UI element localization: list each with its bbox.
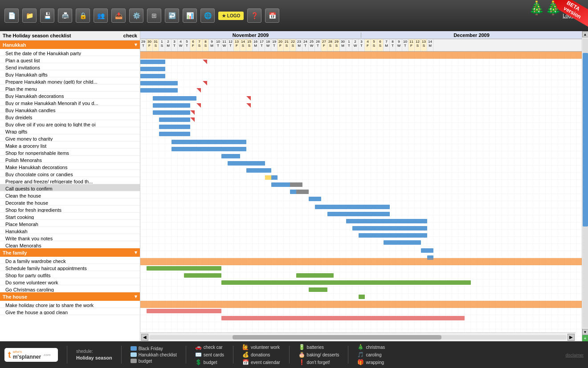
- svg-rect-35: [384, 240, 421, 245]
- chart-icon[interactable]: 📊: [183, 8, 197, 23]
- svg-rect-28: [296, 190, 309, 194]
- sentcards-label: sent cards: [204, 352, 224, 357]
- undo-icon[interactable]: ↩️: [165, 8, 179, 23]
- wrapping-label: wrapping: [366, 360, 384, 365]
- footer-icon-checkcar: 🚗 check car: [195, 344, 224, 350]
- task-row: Shop for party outfits: [0, 271, 140, 278]
- legend-budget: budget: [131, 359, 177, 364]
- logo-button[interactable]: ★ LOGO: [218, 12, 244, 20]
- section-house[interactable]: The house ▾: [0, 292, 140, 301]
- task-row: Place Menorah: [0, 220, 140, 227]
- day-cell: 14S: [240, 39, 246, 51]
- svg-rect-44: [147, 309, 221, 313]
- money-icon: 💲: [195, 359, 202, 365]
- section-hanukkah[interactable]: Hanukkah ▾: [0, 40, 140, 49]
- scroll-left-arrow[interactable]: ◀: [141, 334, 148, 341]
- svg-rect-39: [184, 273, 221, 278]
- day-cell: 29S: [334, 39, 340, 51]
- day-cell: 6F: [190, 39, 196, 51]
- day-cell: 15S: [246, 39, 253, 51]
- day-cell: 30M: [340, 39, 346, 51]
- svg-rect-16: [159, 125, 190, 129]
- save-icon[interactable]: 💾: [40, 8, 54, 23]
- add-row-button[interactable]: +: [582, 335, 588, 341]
- section-house-collapse[interactable]: ▾: [135, 294, 137, 299]
- scroll-right-arrow[interactable]: ▶: [568, 334, 575, 341]
- gantt-area: November 2009 December 2009 29T 30F 31S …: [140, 31, 582, 341]
- toolbar-icons: 📄 📁 💾 🖨️ 🔒 👥 📤 ⚙️ ⊞ ↩️ 📊 🌐 ★ LOGO ❓ 📅: [4, 8, 563, 23]
- day-cell: 19T: [271, 39, 278, 51]
- svg-rect-33: [352, 226, 427, 231]
- lock-icon[interactable]: 🔒: [76, 8, 90, 23]
- footer-separator-3: [186, 346, 186, 364]
- open-icon[interactable]: 📁: [22, 8, 37, 23]
- color-swatch-lightblue: [131, 352, 137, 357]
- task-row: Give the house a good clean: [0, 308, 140, 315]
- day-cell: 5S: [371, 39, 377, 51]
- svg-rect-40: [296, 273, 334, 278]
- print-icon[interactable]: 🖨️: [58, 8, 72, 23]
- task-row: Do a family wardrobe check: [0, 257, 140, 264]
- scroll-down-arrow[interactable]: ▼: [582, 329, 588, 335]
- task-row: Buy or make Hanukkah Menorah if you d...: [0, 99, 140, 106]
- svg-rect-34: [359, 233, 427, 238]
- footer-icons-col3: 🔋 batteries 🎂 baking/ desserts ❗ don't f…: [298, 344, 339, 365]
- legend-black-friday: Black Friday: [131, 346, 177, 351]
- christmas-label: christmas: [366, 345, 385, 350]
- day-cell: 11F: [408, 39, 415, 51]
- section-family-collapse[interactable]: ▾: [135, 250, 137, 255]
- settings-icon[interactable]: ⚙️: [129, 8, 143, 23]
- svg-rect-18: [172, 140, 246, 144]
- wrapping-icon: 🎁: [357, 359, 364, 365]
- day-cell: 5T: [184, 39, 190, 51]
- section-hanukkah-collapse[interactable]: ▾: [135, 42, 137, 48]
- day-cell: 12T: [228, 39, 234, 51]
- disclaimer-link[interactable]: disclaimer: [565, 353, 584, 357]
- calendar-icon[interactable]: 📅: [265, 8, 279, 23]
- vscroll-track[interactable]: [583, 38, 588, 328]
- users-icon[interactable]: 👥: [94, 8, 108, 23]
- export-icon[interactable]: 📤: [111, 8, 126, 23]
- day-cell: 3T: [172, 39, 178, 51]
- task-row: Buy Hanukkah decorations: [0, 92, 140, 99]
- logo-text: t: [8, 350, 11, 360]
- dontforget-icon: ❗: [298, 359, 305, 365]
- footer-separator-5: [289, 346, 290, 364]
- section-family[interactable]: The family ▾: [0, 248, 140, 257]
- svg-rect-7: [140, 60, 165, 64]
- day-cell: 13F: [234, 39, 240, 51]
- svg-rect-26: [290, 182, 302, 187]
- day-cell: 24T: [302, 39, 309, 51]
- svg-rect-8: [140, 67, 165, 71]
- day-cell: 28S: [327, 39, 334, 51]
- footer-logo: t who's m'splanner .com: [4, 348, 58, 362]
- caroling-icon: 🎵: [357, 352, 364, 358]
- svg-rect-19: [172, 147, 246, 151]
- svg-rect-20: [221, 154, 240, 158]
- vertical-scrollbar: ▲ ▼ +: [582, 31, 588, 341]
- svg-rect-42: [309, 287, 327, 292]
- grid-icon[interactable]: ⊞: [147, 8, 161, 23]
- vscroll-thumb: [583, 53, 588, 227]
- scroll-up-arrow[interactable]: ▲: [582, 31, 588, 37]
- day-cell: 9W: [396, 39, 402, 51]
- day-cell: 21S: [284, 39, 290, 51]
- svg-rect-17: [159, 132, 190, 136]
- batteries-icon: 🔋: [298, 344, 305, 350]
- christmas-icon: 🎄: [357, 344, 364, 350]
- help-icon[interactable]: ❓: [247, 8, 261, 23]
- day-cell: 16M: [253, 39, 259, 51]
- globe-icon[interactable]: 🌐: [200, 8, 215, 23]
- scroll-track[interactable]: [149, 335, 567, 340]
- task-row: Decorate the house: [0, 198, 140, 206]
- day-cell: 8T: [390, 39, 396, 51]
- logo-brand: who's m'splanner: [13, 350, 41, 360]
- task-row: Prepare Hanukkah money (gelt) for child.…: [0, 77, 140, 85]
- footer-icon-baking: 🎂 baking/ desserts: [298, 352, 339, 358]
- day-cell: 18W: [265, 39, 271, 51]
- svg-rect-22: [246, 168, 271, 173]
- toolbar: 📄 📁 💾 🖨️ 🔒 👥 📤 ⚙️ ⊞ ↩️ 📊 🌐 ★ LOGO ❓ 📅 Lo…: [0, 0, 588, 31]
- day-cell: 6S: [377, 39, 384, 51]
- new-icon[interactable]: 📄: [4, 8, 19, 23]
- footer-separator-6: [348, 346, 348, 364]
